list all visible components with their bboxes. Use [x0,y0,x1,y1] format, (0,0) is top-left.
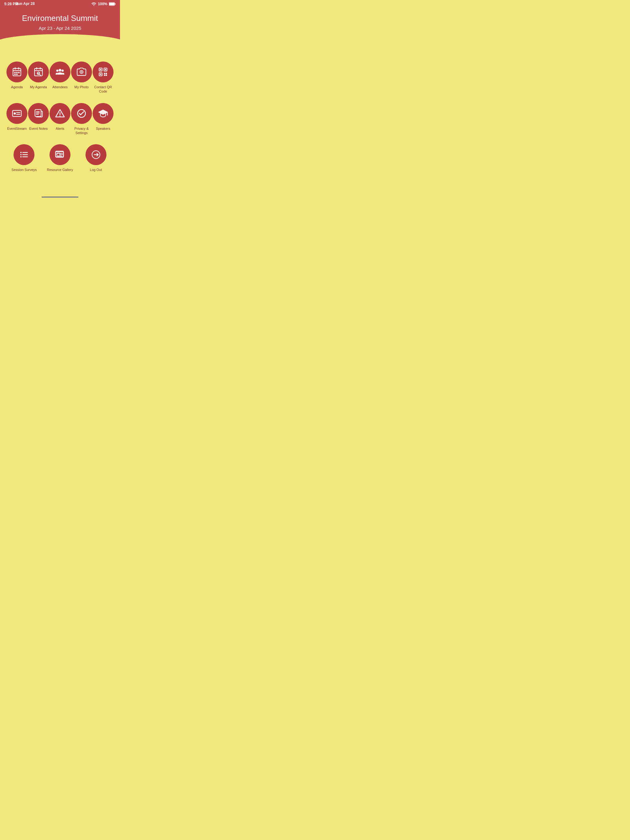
svg-rect-8 [14,72,16,73]
list-icon [19,149,29,160]
app-header: Enviromental Summit Apr 23 - Apr 24 2025 [0,8,120,52]
contact-qr-label: Contact QR Code [92,85,114,94]
svg-point-55 [20,156,22,158]
event-title: Enviromental Summit [6,14,114,23]
speakers-button[interactable]: Speakers [92,103,114,135]
attendees-icon [55,67,65,77]
speakers-icon-circle [93,103,114,124]
resource-gallery-button[interactable]: Resource Gallery [42,144,78,172]
eventstream-button[interactable]: EventStream [6,103,28,135]
svg-rect-27 [100,69,101,70]
logout-icon [91,149,101,160]
alerts-icon-circle [49,103,70,124]
svg-point-37 [14,112,16,114]
eventstream-icon-circle [6,103,27,124]
svg-point-50 [107,114,108,115]
event-notes-label: Event Notes [29,126,47,131]
resource-gallery-icon-circle [49,144,70,165]
svg-rect-29 [105,69,106,70]
battery-text: 100% [98,2,108,6]
log-out-icon-circle [85,144,106,165]
event-date-range: Apr 23 - Apr 24 2025 [6,25,114,31]
my-agenda-button[interactable]: My Agenda [28,62,49,94]
agenda-label: Agenda [11,85,23,89]
my-photo-label: My Photo [74,85,89,89]
svg-point-25 [81,71,82,73]
notes-icon [33,108,44,119]
graduation-icon [98,108,108,119]
svg-point-21 [59,69,62,72]
svg-rect-35 [106,75,107,76]
grid-row-3: Session Surveys Resource Gallery [6,144,114,172]
event-notes-button[interactable]: Event Notes [28,103,49,135]
my-photo-icon-circle [71,62,92,82]
my-agenda-icon [33,67,44,77]
eventstream-label: EventStream [7,126,27,131]
event-notes-icon-circle [28,103,49,124]
svg-rect-33 [106,73,107,74]
svg-rect-12 [16,74,17,75]
svg-point-45 [60,115,60,117]
check-circle-icon [76,108,87,119]
attendees-icon-circle [49,62,70,82]
svg-point-22 [56,69,59,72]
alerts-label: Alerts [56,126,64,131]
status-right: 100% [91,2,116,6]
session-surveys-button[interactable]: Session Surveys [6,144,42,172]
svg-line-18 [40,74,41,75]
svg-point-23 [62,69,64,72]
speakers-label: Speakers [96,126,110,131]
privacy-settings-button[interactable]: Privacy & Settings [71,103,92,135]
main-grid: Agenda My Agenda [0,52,120,193]
resource-gallery-label: Resource Gallery [47,167,73,172]
attendees-label: Attendees [52,85,68,89]
alert-icon [55,108,65,119]
battery-icon [109,2,116,6]
svg-rect-10 [18,72,19,73]
svg-rect-34 [104,75,105,76]
home-indicator [0,193,120,204]
wifi-icon [91,2,96,6]
contact-qr-button[interactable]: Contact QR Code [92,62,114,94]
my-agenda-label: My Agenda [30,85,47,89]
home-indicator-bar [41,196,78,198]
contact-qr-icon-circle [93,62,114,82]
svg-rect-32 [104,73,105,74]
privacy-settings-icon-circle [71,103,92,124]
svg-point-51 [20,152,22,153]
grid-row-1: Agenda My Agenda [6,62,114,94]
attendees-button[interactable]: Attendees [49,62,71,94]
my-agenda-icon-circle [28,62,49,82]
agenda-button[interactable]: Agenda [6,62,28,94]
svg-point-0 [93,5,95,6]
svg-rect-2 [115,3,116,5]
alerts-button[interactable]: Alerts [49,103,71,135]
svg-rect-3 [109,3,114,5]
my-photo-button[interactable]: My Photo [71,62,92,94]
session-surveys-label: Session Surveys [11,167,36,172]
log-out-button[interactable]: Log Out [78,144,114,172]
grid-row-2: EventStream Event Notes [6,103,114,135]
log-out-label: Log Out [90,167,102,172]
status-date: Sun Apr 28 [15,2,35,6]
agenda-icon-circle [6,62,27,82]
svg-point-53 [20,154,22,155]
privacy-settings-label: Privacy & Settings [71,126,92,135]
qr-icon [98,67,108,77]
svg-rect-9 [16,72,17,73]
gallery-icon [55,149,65,160]
svg-marker-48 [99,110,108,114]
camera-icon [76,67,87,77]
agenda-icon [12,67,22,77]
session-surveys-icon-circle [14,144,35,165]
eventstream-icon [12,108,22,119]
svg-rect-11 [14,74,16,75]
svg-line-20 [38,73,39,74]
svg-rect-31 [100,74,101,75]
